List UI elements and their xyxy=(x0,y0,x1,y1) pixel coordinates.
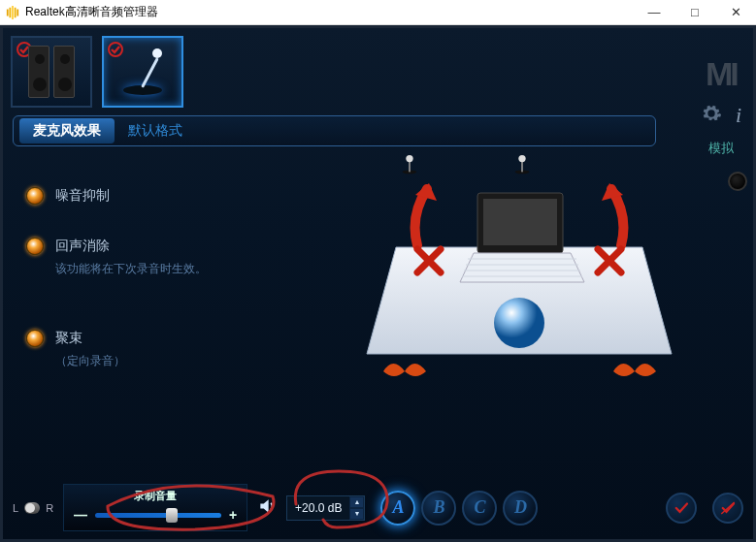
window-titlebar: Realtek高清晰音频管理器 — □ ✕ xyxy=(0,0,756,25)
mic-icon-right xyxy=(511,154,533,175)
brand-logo: MI xyxy=(706,55,737,93)
desk-illustration xyxy=(359,160,679,402)
preset-D-button[interactable]: D xyxy=(503,491,538,526)
apply-button[interactable] xyxy=(666,493,697,524)
svg-rect-21 xyxy=(483,199,557,245)
preset-C-button[interactable]: C xyxy=(462,491,497,526)
device-tile-microphone[interactable] xyxy=(102,36,183,108)
device-selector-row xyxy=(3,28,753,112)
bow-icon xyxy=(613,364,656,376)
svg-rect-0 xyxy=(7,9,9,16)
mic-boost-down-button[interactable]: ▼ xyxy=(349,508,364,520)
close-button[interactable]: ✕ xyxy=(715,0,756,25)
radio-beamforming[interactable] xyxy=(26,330,44,347)
svg-rect-2 xyxy=(12,6,14,19)
radio-echo-cancel[interactable] xyxy=(26,238,44,255)
mic-boost-box: +20.0 dB ▲ ▼ xyxy=(286,495,365,521)
app-frame: MI i 模拟 麦克风效果 默认格式 噪音抑制 回声消除 该功能将在 xyxy=(0,25,756,542)
tab-default-format[interactable]: 默认格式 xyxy=(115,118,196,143)
mic-boost-up-button[interactable]: ▲ xyxy=(349,496,364,508)
svg-rect-4 xyxy=(16,9,18,16)
mic-icon-left xyxy=(399,154,420,175)
beamforming-illustration xyxy=(298,160,740,412)
svg-rect-1 xyxy=(10,7,12,17)
label-beamforming: 聚束 xyxy=(55,330,125,347)
volume-decrease-button[interactable]: — xyxy=(74,507,87,523)
preset-row: A B C D xyxy=(380,491,538,526)
balance-toggle[interactable] xyxy=(24,502,40,514)
balance-L-label: L xyxy=(13,502,18,514)
mic-boost-value: +20.0 dB xyxy=(287,498,349,518)
microphone-device-icon xyxy=(114,43,172,101)
radio-noise-suppression[interactable] xyxy=(26,187,44,205)
cancel-button[interactable] xyxy=(712,493,743,524)
tab-mic-effects[interactable]: 麦克风效果 xyxy=(19,118,115,143)
svg-marker-22 xyxy=(460,253,584,282)
sublabel-beamforming: （定向录音） xyxy=(55,353,125,369)
window-title: Realtek高清晰音频管理器 xyxy=(25,4,634,20)
rear-jack-icon[interactable] xyxy=(728,172,747,191)
maximize-button[interactable]: □ xyxy=(674,0,715,25)
app-icon xyxy=(6,6,19,19)
svg-point-12 xyxy=(518,155,525,162)
svg-point-9 xyxy=(406,155,412,162)
balance-R-label: R xyxy=(46,502,53,514)
tab-strip: 麦克风效果 默认格式 xyxy=(13,115,656,146)
volume-slider[interactable] xyxy=(95,513,221,518)
svg-rect-3 xyxy=(15,7,16,17)
svg-point-27 xyxy=(494,298,544,348)
effect-options: 噪音抑制 回声消除 该功能将在下次录音时生效。 聚束 （定向录音） xyxy=(26,160,279,412)
gear-icon[interactable] xyxy=(701,103,722,128)
sublabel-echo-cancel: 该功能将在下次录音时生效。 xyxy=(55,261,207,277)
simulate-link[interactable]: 模拟 xyxy=(708,140,734,157)
cancel-icon xyxy=(719,499,737,517)
bow-icon xyxy=(383,364,426,376)
speakers-device-icon xyxy=(28,46,75,98)
label-noise-suppression: 噪音抑制 xyxy=(55,187,110,205)
preset-B-button[interactable]: B xyxy=(421,491,456,526)
right-util-column: MI i 模拟 xyxy=(701,55,741,157)
info-icon[interactable]: i xyxy=(736,103,741,128)
recording-volume-title: 录制音量 xyxy=(74,489,237,503)
label-echo-cancel: 回声消除 xyxy=(55,238,207,255)
volume-increase-button[interactable]: + xyxy=(229,507,237,523)
minimize-button[interactable]: — xyxy=(634,0,674,25)
recording-volume-block: 录制音量 — + xyxy=(63,484,247,531)
bottom-bar: L R 录制音量 — + +20.0 dB ▲ ▼ A B C xyxy=(13,484,743,531)
apply-icon xyxy=(673,499,690,517)
volume-slider-thumb[interactable] xyxy=(166,508,178,523)
device-tile-speakers[interactable] xyxy=(11,36,92,108)
preset-A-button[interactable]: A xyxy=(380,491,415,526)
volume-icon[interactable] xyxy=(257,496,277,520)
